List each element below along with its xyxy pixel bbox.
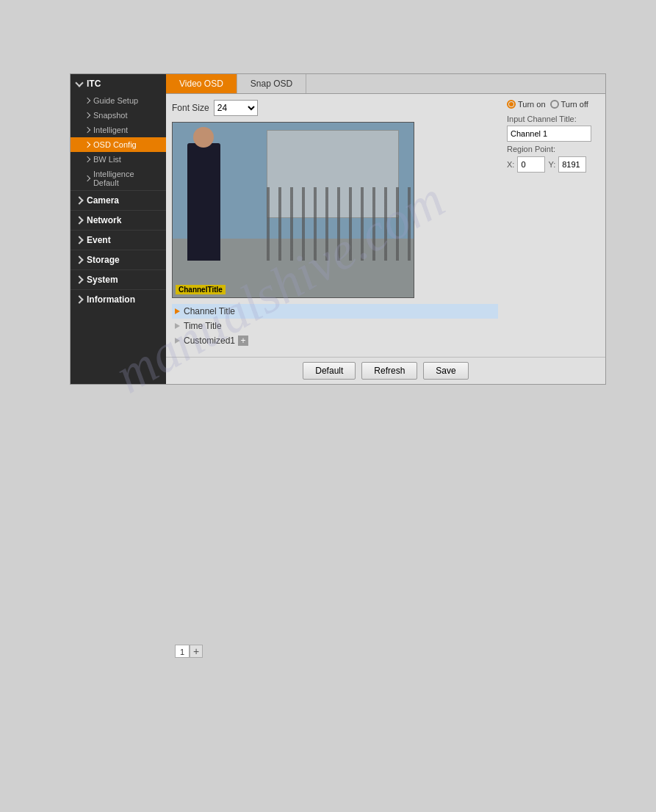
osd-list: Channel Title Time Title Customized1 + bbox=[172, 304, 498, 348]
tab-snap-osd-label: Snap OSD bbox=[250, 79, 292, 89]
arrow-icon bbox=[75, 255, 83, 264]
scene-gate bbox=[267, 187, 414, 261]
sidebar-section-information: Information bbox=[71, 289, 166, 309]
sidebar-item-label: Intelligent bbox=[93, 126, 128, 134]
sidebar-section-label-network: Network bbox=[87, 215, 121, 225]
main-content: Video OSD Snap OSD Font Size 24 18 bbox=[166, 74, 605, 384]
right-panel: Turn on Turn off Input Channel Title: Re… bbox=[504, 100, 599, 348]
font-size-select[interactable]: 24 18 20 22 26 28 bbox=[214, 100, 258, 116]
input-channel-title-label: Input Channel Title: bbox=[507, 115, 599, 123]
x-label: X: bbox=[507, 160, 514, 169]
sidebar-section-header-event[interactable]: Event bbox=[71, 231, 166, 250]
arrow-icon bbox=[75, 196, 83, 204]
expand-arrow-icon bbox=[175, 308, 180, 314]
sidebar-section-header-camera[interactable]: Camera bbox=[71, 191, 166, 210]
expand-arrow-icon bbox=[175, 323, 180, 329]
sidebar-item-label: Snapshot bbox=[93, 111, 127, 120]
bottom-tab: 1 + bbox=[175, 645, 203, 658]
turn-off-radio[interactable] bbox=[550, 100, 559, 109]
sidebar-section-label-camera: Camera bbox=[87, 195, 119, 206]
arrow-small-icon bbox=[84, 112, 90, 118]
refresh-button[interactable]: Refresh bbox=[361, 362, 417, 380]
tab-video-osd[interactable]: Video OSD bbox=[166, 74, 237, 93]
region-point-label: Region Point: bbox=[507, 145, 599, 153]
arrow-icon bbox=[75, 216, 83, 224]
osd-item-channel-title[interactable]: Channel Title bbox=[172, 304, 498, 319]
sidebar-item-guide-setup[interactable]: Guide Setup bbox=[71, 93, 166, 108]
sidebar-section-label-information: Information bbox=[87, 294, 135, 305]
arrow-icon bbox=[75, 236, 83, 244]
osd-item-label: Customized1 bbox=[184, 336, 235, 346]
turn-off-label: Turn off bbox=[561, 100, 588, 109]
sidebar-section-header-itc[interactable]: ITC bbox=[71, 74, 166, 93]
sidebar-item-label: OSD Config bbox=[93, 140, 137, 149]
arrow-small-icon bbox=[84, 98, 90, 104]
ui-panel: ITC Guide Setup Snapshot Intelligent OSD… bbox=[70, 73, 606, 385]
sidebar-section-label-storage: Storage bbox=[87, 255, 120, 265]
page-wrapper: ITC Guide Setup Snapshot Intelligent OSD… bbox=[0, 0, 656, 812]
expand-arrow-icon bbox=[175, 338, 180, 344]
tab-snap-osd[interactable]: Snap OSD bbox=[237, 74, 306, 93]
sidebar-item-label: BW List bbox=[93, 155, 121, 164]
radio-group-turn: Turn on Turn off bbox=[507, 100, 599, 109]
font-size-label: Font Size bbox=[172, 103, 209, 113]
sidebar-section-header-storage[interactable]: Storage bbox=[71, 250, 166, 269]
sidebar-section-event: Event bbox=[71, 230, 166, 250]
font-size-row: Font Size 24 18 20 22 26 28 bbox=[172, 100, 498, 116]
sidebar-item-label: Guide Setup bbox=[93, 96, 138, 105]
sidebar-section-header-information[interactable]: Information bbox=[71, 290, 166, 309]
sidebar-item-osd-config[interactable]: OSD Config bbox=[71, 137, 166, 152]
osd-item-customized1[interactable]: Customized1 + bbox=[172, 333, 498, 348]
x-input[interactable] bbox=[517, 156, 545, 173]
arrow-small-icon bbox=[84, 127, 90, 133]
sidebar-item-bw-list[interactable]: BW List bbox=[71, 152, 166, 167]
sidebar-section-itc: ITC Guide Setup Snapshot Intelligent OSD… bbox=[71, 74, 166, 190]
video-preview: ChannelTitle bbox=[172, 122, 414, 298]
button-row: Default Refresh Save bbox=[166, 357, 605, 384]
sidebar-item-label: Intelligence Default bbox=[93, 170, 160, 187]
sidebar-section-label-itc: ITC bbox=[87, 79, 101, 89]
sidebar-section-storage: Storage bbox=[71, 250, 166, 269]
tabs: Video OSD Snap OSD bbox=[166, 74, 605, 94]
tab-number[interactable]: 1 bbox=[175, 645, 190, 658]
arrow-icon bbox=[75, 79, 83, 87]
arrow-icon bbox=[75, 295, 83, 303]
channel-title-overlay: ChannelTitle bbox=[176, 285, 226, 294]
save-button[interactable]: Save bbox=[423, 362, 468, 380]
sidebar-section-label-system: System bbox=[87, 275, 118, 285]
sidebar: ITC Guide Setup Snapshot Intelligent OSD… bbox=[71, 74, 166, 384]
sidebar-item-intelligent[interactable]: Intelligent bbox=[71, 123, 166, 137]
y-label: Y: bbox=[548, 160, 555, 169]
sidebar-section-label-event: Event bbox=[87, 235, 111, 245]
sidebar-section-camera: Camera bbox=[71, 190, 166, 210]
osd-item-label: Time Title bbox=[184, 321, 222, 331]
left-panel: Font Size 24 18 20 22 26 28 bbox=[172, 100, 498, 348]
sidebar-section-header-network[interactable]: Network bbox=[71, 211, 166, 230]
input-channel-title-field[interactable] bbox=[507, 126, 591, 142]
sidebar-item-intelligence-default[interactable]: Intelligence Default bbox=[71, 167, 166, 190]
tab-add-button[interactable]: + bbox=[190, 645, 203, 658]
osd-item-time-title[interactable]: Time Title bbox=[172, 319, 498, 333]
sidebar-section-system: System bbox=[71, 269, 166, 289]
content-area: Font Size 24 18 20 22 26 28 bbox=[166, 94, 605, 354]
arrow-small-icon bbox=[84, 175, 90, 181]
sidebar-section-network: Network bbox=[71, 210, 166, 230]
turn-on-radio-label[interactable]: Turn on bbox=[507, 100, 546, 109]
arrow-icon bbox=[75, 275, 83, 283]
coord-row: X: Y: bbox=[507, 156, 599, 173]
arrow-small-icon bbox=[84, 142, 90, 148]
sidebar-item-snapshot[interactable]: Snapshot bbox=[71, 108, 166, 123]
osd-item-label: Channel Title bbox=[184, 306, 235, 316]
turn-on-radio[interactable] bbox=[507, 100, 516, 109]
turn-on-label: Turn on bbox=[518, 100, 546, 109]
default-button[interactable]: Default bbox=[303, 362, 356, 380]
sidebar-section-header-system[interactable]: System bbox=[71, 270, 166, 289]
add-customized-icon[interactable]: + bbox=[238, 336, 248, 346]
arrow-small-icon bbox=[84, 156, 90, 162]
y-input[interactable] bbox=[558, 156, 586, 173]
turn-off-radio-label[interactable]: Turn off bbox=[550, 100, 588, 109]
scene-person bbox=[187, 143, 220, 261]
tab-video-osd-label: Video OSD bbox=[179, 79, 223, 89]
